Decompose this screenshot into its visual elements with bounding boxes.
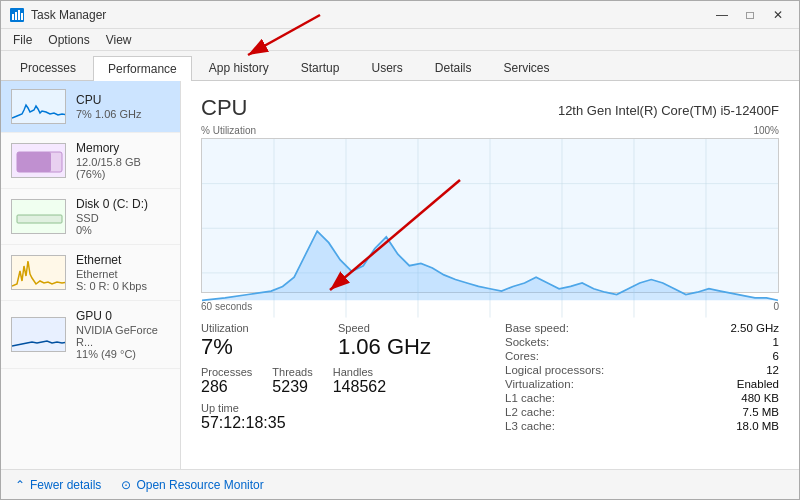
cores-value: 6 — [773, 350, 779, 362]
maximize-button[interactable]: □ — [737, 5, 763, 25]
open-resource-monitor-text: Open Resource Monitor — [136, 478, 263, 492]
menu-file[interactable]: File — [5, 31, 40, 49]
cpu-thumbnail — [11, 89, 66, 124]
base-speed-label: Base speed: — [505, 322, 569, 334]
l2-cache-label: L2 cache: — [505, 406, 555, 418]
main-panel: CPU 12th Gen Intel(R) Core(TM) i5-12400F… — [181, 81, 799, 469]
speed-block: Speed 1.06 GHz — [338, 322, 475, 360]
svg-rect-3 — [18, 10, 20, 20]
virtualization-value: Enabled — [737, 378, 779, 390]
stat-row-base-speed: Base speed: 2.50 GHz — [505, 322, 779, 334]
utilization-value: 7% — [201, 334, 338, 360]
chart-y-max: 100% — [753, 125, 779, 136]
cpu-title: CPU — [201, 95, 247, 121]
tab-users[interactable]: Users — [356, 55, 417, 80]
fewer-details-link[interactable]: ⌃ Fewer details — [15, 478, 101, 492]
chart-y-label: % Utilization — [201, 125, 256, 136]
sidebar-cpu-sub: 7% 1.06 GHz — [76, 108, 170, 120]
virtualization-label: Virtualization: — [505, 378, 574, 390]
sockets-value: 1 — [773, 336, 779, 348]
l1-cache-label: L1 cache: — [505, 392, 555, 404]
sidebar-disk-sub: SSD0% — [76, 212, 170, 236]
svg-rect-1 — [12, 14, 14, 20]
sidebar-item-cpu[interactable]: CPU 7% 1.06 GHz — [1, 81, 180, 133]
chart-axis-labels: % Utilization 100% — [201, 125, 779, 136]
menu-options[interactable]: Options — [40, 31, 97, 49]
tab-performance[interactable]: Performance — [93, 56, 192, 81]
threads-label: Threads — [272, 366, 312, 378]
l2-cache-value: 7.5 MB — [743, 406, 779, 418]
svg-rect-4 — [21, 13, 23, 20]
threads-value: 5239 — [272, 378, 312, 396]
cpu-header: CPU 12th Gen Intel(R) Core(TM) i5-12400F — [201, 95, 779, 121]
memory-thumbnail — [11, 143, 66, 178]
sidebar-ethernet-sub: EthernetS: 0 R: 0 Kbps — [76, 268, 170, 292]
tab-services[interactable]: Services — [489, 55, 565, 80]
sidebar-memory-name: Memory — [76, 141, 170, 155]
base-speed-value: 2.50 GHz — [730, 322, 779, 334]
sidebar-item-gpu[interactable]: GPU 0 NVIDIA GeForce R...11% (49 °C) — [1, 301, 180, 369]
tab-details[interactable]: Details — [420, 55, 487, 80]
close-button[interactable]: ✕ — [765, 5, 791, 25]
sidebar-disk-name: Disk 0 (C: D:) — [76, 197, 170, 211]
tab-bar: Processes Performance App history Startu… — [1, 51, 799, 81]
uptime-label: Up time — [201, 402, 475, 414]
disk-thumbnail — [11, 199, 66, 234]
svg-rect-7 — [17, 215, 62, 223]
task-manager-window: Task Manager — □ ✕ File Options View Pro… — [0, 0, 800, 500]
open-resource-monitor-link[interactable]: ⊙ Open Resource Monitor — [121, 478, 263, 492]
threads-block: Threads 5239 — [272, 366, 312, 396]
logical-processors-value: 12 — [766, 364, 779, 376]
sidebar-gpu-sub: NVIDIA GeForce R...11% (49 °C) — [76, 324, 170, 360]
uptime-value: 57:12:18:35 — [201, 414, 475, 432]
handles-label: Handles — [333, 366, 386, 378]
handles-block: Handles 148562 — [333, 366, 386, 396]
sidebar-ethernet-name: Ethernet — [76, 253, 170, 267]
title-bar: Task Manager — □ ✕ — [1, 1, 799, 29]
sockets-label: Sockets: — [505, 336, 549, 348]
stat-row-l2: L2 cache: 7.5 MB — [505, 406, 779, 418]
sidebar-cpu-name: CPU — [76, 93, 170, 107]
gpu-thumbnail — [11, 317, 66, 352]
processes-value: 286 — [201, 378, 252, 396]
stat-row-cores: Cores: 6 — [505, 350, 779, 362]
tab-startup[interactable]: Startup — [286, 55, 355, 80]
sidebar-item-ethernet[interactable]: Ethernet EthernetS: 0 R: 0 Kbps — [1, 245, 180, 301]
l3-cache-value: 18.0 MB — [736, 420, 779, 432]
logical-processors-label: Logical processors: — [505, 364, 604, 376]
l3-cache-label: L3 cache: — [505, 420, 555, 432]
window-title: Task Manager — [31, 8, 106, 22]
stat-row-virtualization: Virtualization: Enabled — [505, 378, 779, 390]
cpu-chart — [201, 138, 779, 293]
cpu-model: 12th Gen Intel(R) Core(TM) i5-12400F — [558, 103, 779, 118]
stat-row-l3: L3 cache: 18.0 MB — [505, 420, 779, 432]
speed-value: 1.06 GHz — [338, 334, 475, 360]
handles-value: 148562 — [333, 378, 386, 396]
monitor-icon: ⊙ — [121, 478, 131, 492]
sidebar-item-memory[interactable]: Memory 12.0/15.8 GB (76%) — [1, 133, 180, 189]
chevron-up-icon: ⌃ — [15, 478, 25, 492]
sidebar-ethernet-info: Ethernet EthernetS: 0 R: 0 Kbps — [76, 253, 170, 292]
svg-rect-6 — [17, 152, 51, 172]
stats-section: Utilization 7% Speed 1.06 GHz Processes … — [201, 322, 779, 434]
sidebar-item-disk[interactable]: Disk 0 (C: D:) SSD0% — [1, 189, 180, 245]
menu-view[interactable]: View — [98, 31, 140, 49]
svg-rect-2 — [15, 12, 17, 20]
main-content: CPU 7% 1.06 GHz Memory 12.0/15.8 GB (76%… — [1, 81, 799, 469]
utilization-block: Utilization 7% — [201, 322, 338, 360]
sidebar-gpu-info: GPU 0 NVIDIA GeForce R...11% (49 °C) — [76, 309, 170, 360]
stat-row-sockets: Sockets: 1 — [505, 336, 779, 348]
processes-block: Processes 286 — [201, 366, 252, 396]
processes-label: Processes — [201, 366, 252, 378]
uptime-block: Up time 57:12:18:35 — [201, 402, 475, 432]
tab-app-history[interactable]: App history — [194, 55, 284, 80]
stats-right: Base speed: 2.50 GHz Sockets: 1 Cores: 6… — [505, 322, 779, 434]
title-controls: — □ ✕ — [709, 5, 791, 25]
tab-processes[interactable]: Processes — [5, 55, 91, 80]
cpu-chart-svg — [202, 139, 778, 318]
title-bar-left: Task Manager — [9, 7, 106, 23]
menu-bar: File Options View — [1, 29, 799, 51]
minimize-button[interactable]: — — [709, 5, 735, 25]
stat-row-logical: Logical processors: 12 — [505, 364, 779, 376]
stats-left: Utilization 7% Speed 1.06 GHz Processes … — [201, 322, 475, 434]
